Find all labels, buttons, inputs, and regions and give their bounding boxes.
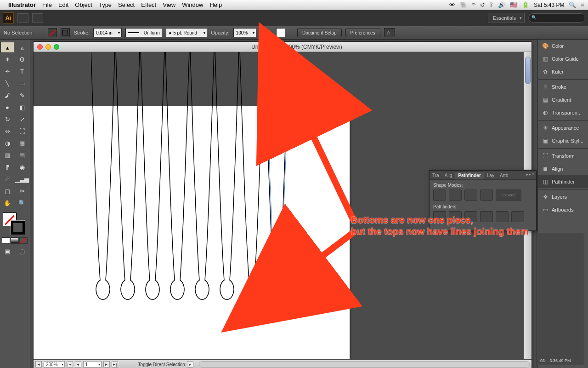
svg-line-6 bbox=[303, 115, 354, 221]
annotation-arrows bbox=[0, 0, 588, 368]
svg-line-7 bbox=[303, 232, 354, 270]
annotation-text: Bottoms are now one piece, but the tops … bbox=[351, 214, 529, 237]
